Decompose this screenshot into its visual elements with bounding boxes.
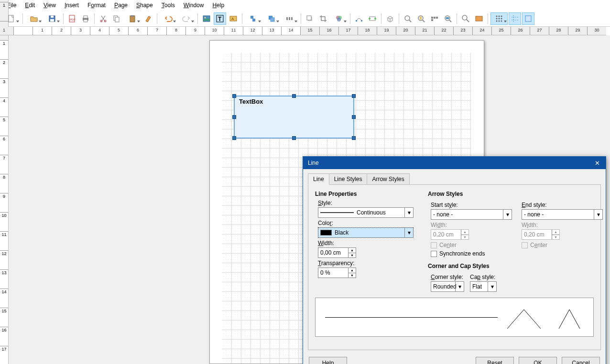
tab-content: Line Properties Style: Continuous ▾ Colo… bbox=[308, 184, 601, 350]
synchronize-check[interactable]: Synchronize ends bbox=[431, 250, 512, 257]
gallery-button[interactable] bbox=[473, 12, 485, 25]
handle-tl[interactable] bbox=[232, 94, 236, 98]
ok-button[interactable]: OK bbox=[519, 357, 557, 364]
end-width-spin[interactable]: 0,20 cm ▲▼ bbox=[522, 229, 560, 240]
start-width-spin[interactable]: 0,20 cm ▲▼ bbox=[431, 229, 469, 240]
label-start-width: Width: bbox=[431, 222, 512, 228]
menu-help[interactable]: Help bbox=[208, 1, 229, 10]
svg-rect-14 bbox=[131, 15, 134, 17]
print-button[interactable] bbox=[79, 12, 92, 25]
snap-button[interactable] bbox=[522, 12, 534, 25]
chevron-down-icon: ▾ bbox=[594, 210, 602, 219]
helplines-button[interactable] bbox=[509, 12, 521, 25]
crop-button[interactable] bbox=[317, 12, 329, 25]
clone-format-button[interactable] bbox=[142, 12, 154, 25]
menu-edit[interactable]: Edit bbox=[21, 1, 39, 10]
gluepoints-button[interactable] bbox=[366, 12, 379, 25]
label-style: Style: bbox=[318, 200, 414, 206]
shadow-button[interactable] bbox=[304, 12, 316, 25]
start-center-check[interactable]: Center bbox=[431, 242, 512, 248]
tab-arrow-styles[interactable]: Arrow Styles bbox=[367, 173, 409, 184]
arrange-button[interactable] bbox=[263, 12, 280, 25]
zoom-page-button[interactable] bbox=[415, 12, 427, 25]
svg-text:A: A bbox=[231, 17, 234, 21]
svg-text:T: T bbox=[218, 16, 222, 22]
width-spin[interactable]: 0,00 cm ▲▼ bbox=[318, 247, 356, 258]
handle-ml[interactable] bbox=[232, 115, 236, 119]
close-icon[interactable]: ✕ bbox=[591, 158, 603, 168]
color-select[interactable]: Black ▾ bbox=[318, 227, 414, 238]
svg-point-57 bbox=[499, 18, 500, 19]
canvas[interactable]: TextBox Line ✕ Line Line Styles Arrow St… bbox=[9, 35, 610, 364]
help-button[interactable]: Help bbox=[309, 357, 347, 364]
export-pdf-button[interactable]: PDF bbox=[66, 12, 78, 25]
handle-tm[interactable] bbox=[292, 94, 296, 98]
undo-button[interactable] bbox=[160, 12, 177, 25]
svg-rect-45 bbox=[436, 17, 438, 19]
filter-button[interactable] bbox=[330, 12, 348, 25]
new-button[interactable] bbox=[3, 12, 20, 25]
cancel-button[interactable]: Cancel bbox=[562, 357, 600, 364]
distribute-button[interactable] bbox=[281, 12, 298, 25]
handle-bm[interactable] bbox=[292, 136, 296, 140]
cut-button[interactable] bbox=[97, 12, 109, 25]
line-dialog: Line ✕ Line Line Styles Arrow Styles Lin… bbox=[303, 156, 606, 364]
paste-button[interactable] bbox=[124, 12, 141, 25]
svg-point-60 bbox=[499, 20, 500, 21]
display-grid-button[interactable] bbox=[490, 12, 508, 25]
svg-rect-49 bbox=[446, 17, 449, 19]
zoom-100-button[interactable] bbox=[428, 12, 441, 25]
cap-style-select[interactable]: Flat ▾ bbox=[470, 281, 497, 292]
toggle-extrusion-button[interactable] bbox=[384, 12, 396, 25]
redo-button[interactable] bbox=[178, 12, 195, 25]
color-swatch bbox=[320, 230, 332, 236]
dialog-tabs: Line Line Styles Arrow Styles bbox=[303, 172, 606, 184]
insert-image-button[interactable] bbox=[200, 12, 213, 25]
ruler-horizontal[interactable]: 1514131211109876543211234567891011121314… bbox=[0, 27, 606, 35]
svg-rect-42 bbox=[420, 17, 422, 20]
tab-line-styles[interactable]: Line Styles bbox=[329, 173, 368, 184]
handle-mr[interactable] bbox=[352, 115, 356, 119]
zoom-fit-button[interactable] bbox=[402, 12, 414, 25]
svg-line-41 bbox=[423, 20, 425, 22]
selected-textbox[interactable]: TextBox bbox=[234, 96, 354, 139]
corner-value: Rounded bbox=[433, 283, 457, 290]
zoom-tool-button[interactable] bbox=[459, 12, 472, 25]
svg-rect-26 bbox=[289, 17, 290, 20]
chevron-down-icon: ▾ bbox=[404, 228, 413, 237]
handle-tr[interactable] bbox=[352, 94, 356, 98]
reset-button[interactable]: Reset bbox=[476, 357, 514, 364]
transparency-spin[interactable]: 0 % ▲▼ bbox=[318, 268, 356, 278]
dialog-titlebar[interactable]: Line ✕ bbox=[303, 157, 606, 169]
menu-shape[interactable]: Shape bbox=[132, 1, 157, 10]
menu-format[interactable]: Format bbox=[83, 1, 110, 10]
menu-page[interactable]: Page bbox=[110, 1, 132, 10]
menu-tools[interactable]: Tools bbox=[157, 1, 179, 10]
corner-style-select[interactable]: Rounded ▾ bbox=[431, 281, 464, 292]
end-style-select[interactable]: - none - ▾ bbox=[522, 209, 603, 220]
tab-line[interactable]: Line bbox=[308, 173, 329, 185]
copy-button[interactable] bbox=[110, 12, 123, 25]
open-button[interactable] bbox=[25, 12, 43, 25]
align-button[interactable] bbox=[245, 12, 262, 25]
style-select[interactable]: Continuous ▾ bbox=[318, 207, 414, 218]
save-button[interactable] bbox=[44, 12, 61, 25]
handle-br[interactable] bbox=[352, 136, 356, 140]
svg-point-36 bbox=[369, 18, 370, 20]
insert-fontwork-button[interactable]: A bbox=[227, 12, 240, 25]
end-center-check[interactable]: Center bbox=[522, 242, 603, 248]
zoom-obj-button[interactable] bbox=[442, 12, 454, 25]
start-width-value: 0,20 cm bbox=[433, 231, 454, 238]
ruler-vertical[interactable]: 112345678910111213141516171819202122 bbox=[0, 0, 9, 364]
svg-rect-27 bbox=[291, 17, 293, 20]
svg-rect-52 bbox=[476, 16, 482, 21]
label-corner-style: Corner style: bbox=[431, 274, 464, 280]
start-style-select[interactable]: - none - ▾ bbox=[431, 209, 512, 220]
menu-window[interactable]: Window bbox=[179, 1, 208, 10]
insert-textbox-button[interactable]: T bbox=[214, 12, 226, 25]
points-button[interactable] bbox=[353, 12, 365, 25]
menu-view[interactable]: View bbox=[39, 1, 60, 10]
style-value: Continuous bbox=[357, 209, 386, 216]
handle-bl[interactable] bbox=[232, 136, 236, 140]
menu-insert[interactable]: Insert bbox=[60, 1, 83, 10]
